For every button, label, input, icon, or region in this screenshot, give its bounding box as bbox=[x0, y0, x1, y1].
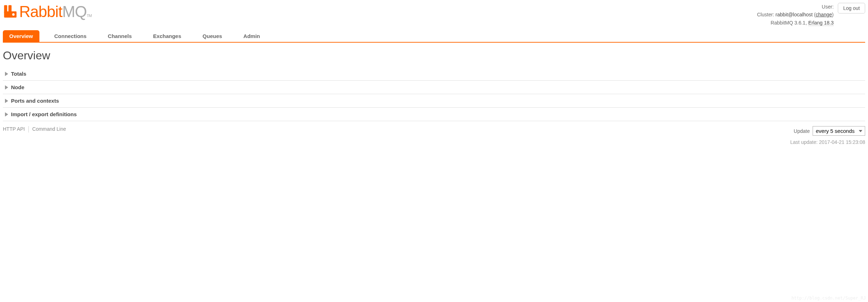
chevron-right-icon bbox=[5, 99, 8, 103]
header-right: User: Cluster: rabbit@localhost (change)… bbox=[757, 3, 865, 27]
section-header-import-export[interactable]: Import / export definitions bbox=[5, 111, 865, 117]
logo-rabbit: Rabbit bbox=[19, 3, 62, 20]
svg-point-3 bbox=[12, 13, 15, 16]
footer-right: Update every 5 seconds Last update: 2017… bbox=[790, 126, 865, 145]
update-select[interactable]: every 5 seconds bbox=[813, 126, 865, 136]
header: RabbitMQTM User: Cluster: rabbit@localho… bbox=[3, 3, 865, 27]
section-import-export: Import / export definitions bbox=[3, 108, 865, 121]
erlang-link[interactable]: Erlang 18.3 bbox=[808, 20, 834, 26]
logo-text: RabbitMQTM bbox=[19, 3, 92, 21]
logout-button[interactable]: Log out bbox=[838, 3, 865, 14]
footer: HTTP API Command Line Update every 5 sec… bbox=[3, 126, 865, 145]
section-ports: Ports and contexts bbox=[3, 94, 865, 108]
update-row: Update every 5 seconds bbox=[790, 126, 865, 136]
version-line: RabbitMQ 3.6.1, Erlang 18.3 bbox=[757, 19, 834, 27]
tab-queues[interactable]: Queues bbox=[196, 30, 228, 42]
section-header-totals[interactable]: Totals bbox=[5, 71, 865, 77]
cli-link[interactable]: Command Line bbox=[32, 126, 66, 132]
section-header-ports[interactable]: Ports and contexts bbox=[5, 98, 865, 104]
chevron-right-icon bbox=[5, 112, 8, 117]
section-title: Import / export definitions bbox=[11, 111, 77, 117]
tabs: Overview Connections Channels Exchanges … bbox=[3, 30, 865, 43]
logo-tm: TM bbox=[87, 14, 92, 18]
cluster-line: Cluster: rabbit@localhost (change) bbox=[757, 11, 834, 18]
tab-channels[interactable]: Channels bbox=[102, 30, 139, 42]
logo: RabbitMQTM bbox=[3, 3, 92, 21]
last-update: Last update: 2017-04-21 15:23:08 bbox=[790, 139, 865, 145]
change-link[interactable]: change bbox=[816, 12, 832, 17]
tab-admin[interactable]: Admin bbox=[237, 30, 266, 42]
header-info: User: Cluster: rabbit@localhost (change)… bbox=[757, 3, 834, 27]
footer-left: HTTP API Command Line bbox=[3, 126, 66, 133]
page-title: Overview bbox=[3, 49, 865, 62]
cluster-name: rabbit@localhost bbox=[776, 12, 813, 17]
rabbit-icon bbox=[3, 4, 18, 20]
divider bbox=[28, 126, 29, 133]
http-api-link[interactable]: HTTP API bbox=[3, 126, 25, 132]
tab-connections[interactable]: Connections bbox=[48, 30, 93, 42]
chevron-right-icon bbox=[5, 85, 8, 90]
section-title: Ports and contexts bbox=[11, 98, 59, 104]
tab-overview[interactable]: Overview bbox=[3, 30, 39, 42]
section-header-node[interactable]: Node bbox=[5, 84, 865, 90]
update-label: Update bbox=[794, 128, 810, 134]
section-title: Totals bbox=[11, 71, 26, 77]
tab-exchanges[interactable]: Exchanges bbox=[147, 30, 188, 42]
section-title: Node bbox=[11, 84, 25, 90]
section-node: Node bbox=[3, 81, 865, 94]
logo-mq: MQ bbox=[62, 3, 87, 20]
last-update-value: 2017-04-21 15:23:08 bbox=[819, 139, 865, 145]
chevron-right-icon bbox=[5, 72, 8, 76]
update-select-wrap: every 5 seconds bbox=[813, 126, 865, 136]
user-line: User: bbox=[757, 3, 834, 11]
section-totals: Totals bbox=[3, 67, 865, 81]
